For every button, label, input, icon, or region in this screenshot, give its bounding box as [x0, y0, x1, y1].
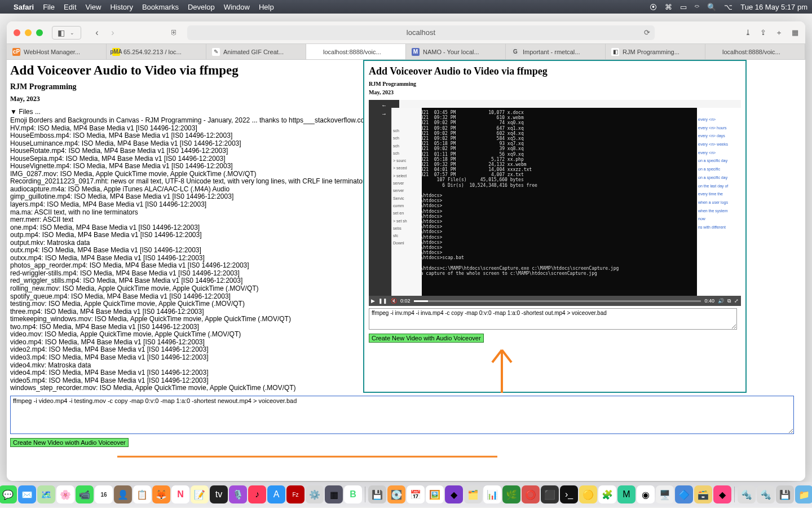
dock-podcasts-icon[interactable]: 🎙️ — [229, 485, 247, 503]
dock-drive3-icon[interactable]: 💾 — [776, 485, 794, 503]
dock-reminders-icon[interactable]: 📋 — [133, 485, 151, 503]
ffmpeg-command-textarea[interactable] — [10, 396, 794, 434]
reload-icon[interactable]: ⟳ — [644, 28, 650, 37]
dock-app8-icon[interactable]: 🟡 — [579, 485, 597, 503]
dock-app2-icon[interactable]: ◆ — [445, 485, 463, 503]
dock-folder-icon[interactable]: 📁 — [795, 485, 812, 503]
browser-tab[interactable]: ◧RJM Programming... — [606, 44, 705, 59]
minimize-window-button[interactable] — [25, 29, 32, 36]
mini-create-video-button[interactable]: Create New Video with Audio Voiceover — [369, 334, 484, 343]
browser-tab[interactable]: GImportant - rmetcal... — [506, 44, 606, 59]
dock-app14-icon[interactable]: ◆ — [713, 485, 731, 503]
create-video-button[interactable]: Create New Video wioth Audio Voiceover — [10, 438, 129, 447]
dock-photos-icon[interactable]: 🌸 — [56, 485, 74, 503]
sidebar-toggle-button[interactable]: ◧ ⌄ — [52, 26, 81, 40]
dock-preferences-icon[interactable]: ⚙️ — [306, 485, 324, 503]
video-player[interactable]: ← → ▣ Command Prompt - call screenCaptur… — [369, 100, 741, 306]
dock-music-icon[interactable]: ♪ — [248, 485, 266, 503]
mini-ffmpeg-command-textarea[interactable] — [369, 308, 737, 330]
sidebar-icon: ◧ — [56, 28, 66, 38]
dock-texteditor-icon[interactable]: B — [344, 485, 362, 503]
spotlight-icon[interactable]: 🔍 — [707, 3, 716, 11]
dock-generic1-icon[interactable]: ▦ — [325, 485, 343, 503]
menu-view[interactable]: View — [86, 3, 102, 11]
dock-app1-icon[interactable]: 🖼️ — [426, 485, 444, 503]
pause-icon[interactable]: ❚❚ — [378, 298, 387, 304]
url-bar[interactable]: ⛨ localhost ⟳ — [187, 25, 655, 40]
dock-app11-icon[interactable]: 🖥️ — [656, 485, 674, 503]
bluetooth-icon[interactable]: ⌘ — [665, 3, 672, 11]
dock-droplet1-icon[interactable]: 🔩 — [738, 485, 756, 503]
menu-edit[interactable]: Edit — [64, 3, 76, 11]
dock-facetime-icon[interactable]: 📹 — [76, 485, 94, 503]
dock-calendar-icon[interactable]: 16 — [95, 485, 113, 503]
browser-tab[interactable]: localhost:8888/voic... — [306, 44, 406, 59]
dock-drive2-icon[interactable]: 💽 — [387, 485, 405, 503]
menu-develop[interactable]: Develop — [188, 3, 215, 11]
nav-left-icon[interactable]: ← — [381, 102, 387, 108]
video-scrubber[interactable] — [414, 300, 701, 302]
menu-help[interactable]: Help — [259, 3, 274, 11]
browser-tab[interactable]: pMA65.254.92.213 / loc... — [107, 44, 206, 59]
forward-button[interactable]: › — [106, 26, 120, 40]
privacy-shield-icon[interactable]: ⛨ — [170, 28, 178, 37]
tab-label: localhost:8888/voic... — [722, 49, 780, 55]
dock-app6-icon[interactable]: ⭕ — [522, 485, 540, 503]
share-icon[interactable]: ⇪ — [760, 28, 766, 37]
menubar-app-name[interactable]: Safari — [14, 3, 34, 11]
dock-appstore-icon[interactable]: A — [267, 485, 285, 503]
tab-overview-icon[interactable]: ▦ — [792, 28, 798, 37]
mute-icon[interactable]: 🔇 — [391, 298, 397, 304]
nav-right-icon[interactable]: → — [381, 111, 387, 117]
dock-terminal-icon[interactable]: ›_ — [560, 485, 578, 503]
downloads-icon[interactable]: ⤓ — [745, 28, 751, 37]
dock-app5-icon[interactable]: 🌿 — [502, 485, 520, 503]
battery-icon[interactable]: ▭ — [680, 3, 687, 11]
schedule-option: every <n> hours — [698, 124, 740, 133]
dock-app3-icon[interactable]: 🗂️ — [464, 485, 482, 503]
left-label: server — [393, 187, 421, 194]
fullscreen-video-icon[interactable]: ⤢ — [734, 298, 739, 304]
dock-app4-icon[interactable]: 📊 — [483, 485, 501, 503]
dock-app12-icon[interactable]: 🔷 — [675, 485, 693, 503]
volume-icon[interactable]: 🔊 — [718, 298, 724, 304]
dock-app7-icon[interactable]: ⬛ — [541, 485, 559, 503]
menu-bookmarks[interactable]: Bookmarks — [142, 3, 179, 11]
menubar-clock[interactable]: Tue 16 May 5:17 pm — [740, 3, 807, 11]
dock-tv-icon[interactable]: tv — [210, 485, 228, 503]
safari-tabbar: cPWebHost Manager...pMA65.254.92.213 / l… — [7, 44, 805, 60]
dock-maps-icon[interactable]: 🗺️ — [37, 485, 55, 503]
terminal-left-labels: schschschsch> sourc> seced> selectserver… — [391, 108, 422, 296]
pip-icon[interactable]: ⧉ — [727, 298, 731, 304]
dock-cal2-icon[interactable]: 📅 — [407, 485, 425, 503]
menu-file[interactable]: File — [43, 3, 55, 11]
new-tab-icon[interactable]: ＋ — [775, 28, 783, 38]
dock-firefox-icon[interactable]: 🦊 — [152, 485, 170, 503]
dock-contacts-icon[interactable]: 👤 — [114, 485, 132, 503]
dock-app9-icon[interactable]: 🧩 — [598, 485, 616, 503]
play-icon[interactable]: ▶ — [371, 298, 375, 304]
close-window-button[interactable] — [14, 29, 20, 36]
browser-tab[interactable]: MNAMO - Your local... — [406, 44, 506, 59]
dock-filezilla-icon[interactable]: Fz — [286, 485, 304, 503]
browser-tab[interactable]: ✎Animated GIF Creat... — [206, 44, 306, 59]
dock-mail-icon[interactable]: ✉️ — [18, 485, 36, 503]
dock-drive1-icon[interactable]: 💾 — [368, 485, 386, 503]
dock-messages-icon[interactable]: 💬 — [0, 485, 17, 503]
screenrecord-icon[interactable]: ⦿ — [650, 3, 657, 11]
wifi-icon[interactable]: ⌔ — [695, 3, 699, 11]
browser-tab[interactable]: cPWebHost Manager... — [7, 44, 107, 59]
menu-history[interactable]: History — [110, 3, 133, 11]
dock-notes-icon[interactable]: 📝 — [191, 485, 209, 503]
dock-chrome-icon[interactable]: ◉ — [637, 485, 655, 503]
browser-tab[interactable]: localhost:8888/voic... — [705, 44, 805, 59]
menu-window[interactable]: Window — [224, 3, 250, 11]
dock-news-icon[interactable]: N — [171, 485, 189, 503]
dock-droplet2-icon[interactable]: 🔩 — [757, 485, 775, 503]
dock-app13-icon[interactable]: 🗃️ — [694, 485, 712, 503]
dock-app10-icon[interactable]: M — [617, 485, 636, 503]
control-center-icon[interactable]: ⌥ — [724, 3, 732, 11]
left-label: > seced — [393, 164, 421, 172]
fullscreen-window-button[interactable] — [36, 29, 43, 36]
back-button[interactable]: ‹ — [90, 26, 104, 40]
